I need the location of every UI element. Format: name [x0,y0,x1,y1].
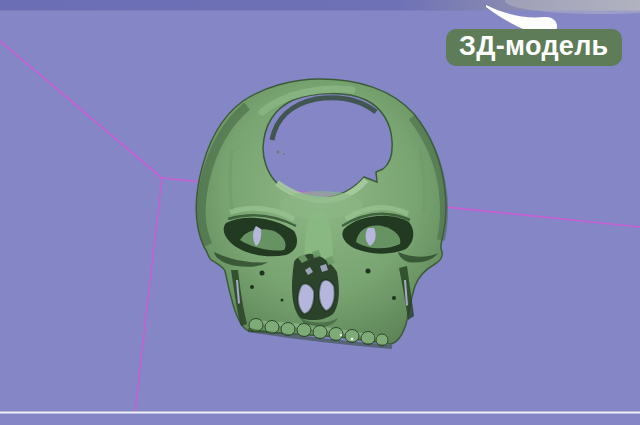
model-label-badge: ЗД-модель [446,29,622,66]
bounding-box-edge-vertical [135,178,162,412]
skull-3d-model[interactable] [196,79,446,347]
foramen-dot [250,285,254,289]
hole-debris [277,151,280,154]
foramen-dot [281,299,284,302]
corner-sheen [505,0,640,14]
foramen-dot [392,296,396,300]
model-label-text: ЗД-модель [459,31,609,61]
hole-inner-shadow [272,98,376,140]
nasal-aperture-right [319,280,335,311]
foramen-dot [260,271,265,276]
hole-debris [283,153,285,155]
bounding-box-edge-upper-left [0,41,162,178]
foramen-dot [366,269,371,274]
